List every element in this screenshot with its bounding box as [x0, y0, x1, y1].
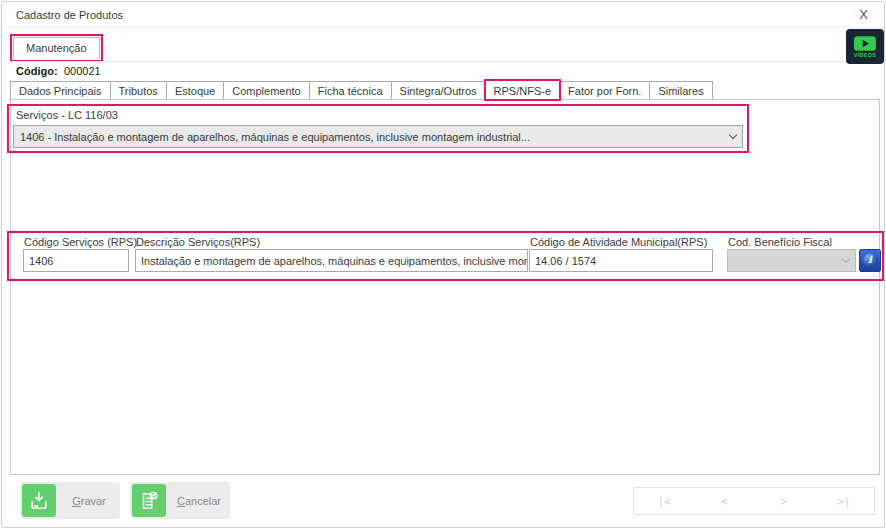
- cancel-document-icon: [132, 484, 166, 517]
- rps-codigo-input[interactable]: 1406: [23, 249, 129, 272]
- gravar-button-label: Gravar: [58, 495, 120, 507]
- gravar-button[interactable]: Gravar: [20, 482, 120, 519]
- save-icon: [22, 484, 56, 517]
- tab-rps-nfse[interactable]: RPS/NFS-e: [485, 80, 560, 100]
- tab-dados-principais[interactable]: Dados Principais: [10, 81, 111, 100]
- videos-button[interactable]: VÍDEOS: [846, 29, 884, 64]
- maintenance-tab-highlight: Manutenção: [10, 34, 103, 62]
- tab-sintegra-outros[interactable]: Sintegra/Outros: [391, 81, 486, 100]
- rps-codigo-value: 1406: [29, 255, 53, 267]
- dialog-cadastro-de-produtos: Cadastro de Produtos X Manutenção VÍDEOS…: [1, 1, 885, 528]
- first-record-button[interactable]: |<: [634, 496, 694, 507]
- tab-estoque[interactable]: Estoque: [166, 81, 224, 100]
- next-record-button[interactable]: >: [754, 496, 814, 507]
- info-icon: [863, 253, 878, 268]
- record-navigator: |< < > >|: [633, 487, 875, 515]
- tab-similares[interactable]: Similares: [649, 81, 712, 100]
- code-label: Código:: [16, 65, 58, 77]
- cancelar-button[interactable]: Cancelar: [130, 482, 230, 519]
- rps-atividade-value: 14.06 / 1574: [535, 255, 596, 267]
- rps-descricao-value: Instalação e montagem de aparelhos, máqu…: [141, 255, 528, 267]
- rps-beneficio-select[interactable]: [727, 249, 856, 272]
- title-bar: Cadastro de Produtos X: [2, 2, 884, 28]
- rps-descricao-label: Descrição Serviços(RPS): [136, 236, 260, 248]
- chevron-down-icon: [729, 131, 737, 139]
- tab-complemento[interactable]: Complemento: [223, 81, 309, 100]
- servicos-select-value: 1406 - Instalação e montagem de aparelho…: [20, 131, 726, 143]
- tab-content-panel: [10, 99, 880, 475]
- tab-strip-divider: [10, 61, 872, 62]
- rps-descricao-input[interactable]: Instalação e montagem de aparelhos, máqu…: [135, 249, 528, 272]
- code-value: 000021: [64, 65, 101, 77]
- rps-atividade-label: Código de Atividade Municipal(RPS): [530, 236, 707, 248]
- rps-atividade-input[interactable]: 14.06 / 1574: [529, 249, 713, 272]
- window-title: Cadastro de Produtos: [16, 9, 123, 21]
- tab-manutencao[interactable]: Manutenção: [13, 37, 100, 59]
- tab-tributos[interactable]: Tributos: [110, 81, 167, 100]
- servicos-label: Serviços - LC 116/03: [16, 109, 118, 121]
- tab-strip: Dados Principais Tributos Estoque Comple…: [10, 81, 712, 100]
- videos-button-label: VÍDEOS: [854, 52, 877, 58]
- tab-ficha-tecnica[interactable]: Ficha técnica: [309, 81, 392, 100]
- tab-fator-por-forn[interactable]: Fator por Forn.: [559, 81, 650, 100]
- rps-beneficio-label: Cod. Benefício Fiscal: [728, 236, 832, 248]
- play-icon: [854, 36, 876, 51]
- beneficio-info-button[interactable]: [859, 249, 881, 272]
- cancelar-button-label: Cancelar: [168, 495, 230, 507]
- chevron-down-icon: [842, 255, 850, 263]
- close-icon[interactable]: X: [859, 7, 868, 22]
- last-record-button[interactable]: >|: [814, 496, 874, 507]
- rps-codigo-label: Código Serviços (RPS): [24, 236, 137, 248]
- previous-record-button[interactable]: <: [694, 496, 754, 507]
- servicos-select[interactable]: 1406 - Instalação e montagem de aparelho…: [13, 125, 743, 148]
